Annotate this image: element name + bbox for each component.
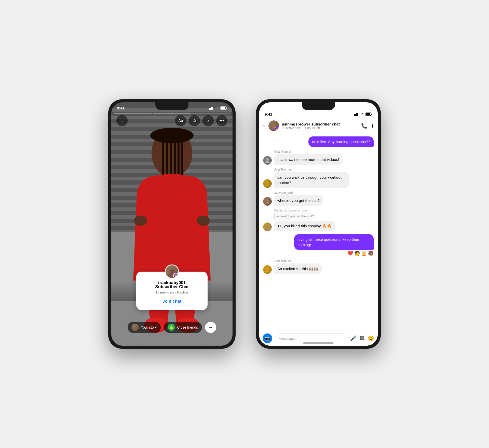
message-sender-azevedo: azevedo_drdr: [263, 191, 293, 194]
crown-badge: 👑: [173, 273, 179, 278]
progress-bar-2: [153, 114, 191, 114]
svg-rect-45: [355, 114, 356, 116]
svg-rect-40: [221, 107, 225, 109]
svg-rect-35: [210, 108, 211, 110]
story-tool-buttons: Aa ☺ ♪ •••: [175, 115, 227, 126]
join-chat-button[interactable]: Join chat: [141, 298, 202, 305]
message-reactions-love: ❤️ 🧑 🧑‍🦳 🐻: [347, 250, 374, 256]
svg-point-48: [362, 115, 363, 115]
chat-back-button[interactable]: ‹: [263, 122, 265, 129]
chat-notch: [302, 102, 335, 110]
status-time: 9:41: [117, 106, 125, 110]
video-call-icon[interactable]: 📞: [361, 123, 368, 129]
photo-icon[interactable]: 🖼: [360, 335, 365, 341]
messages-area: next live. Any burning questions?? Gilan…: [259, 134, 378, 331]
svg-point-42: [170, 269, 174, 273]
svg-point-29: [134, 216, 147, 226]
chat-title: jenningsbrower subscriber chat: [282, 122, 359, 126]
message-sender-Gilan: Gilan Kamel: [263, 150, 291, 153]
story-bottom-bar: Your story ⭐ Close friends →: [111, 322, 233, 333]
subscriber-card-avatar: 👑: [165, 264, 179, 279]
avatar-Ana-workout: [263, 179, 272, 188]
message-sender-Ana-excited: Ana Thomas: [263, 259, 292, 263]
message-row-azevedo: azevedo_drdr where'd you get the suit?: [263, 191, 323, 206]
your-story-avatar: [132, 324, 139, 331]
more-tool-button[interactable]: •••: [216, 115, 227, 126]
message-text-reply: +1, you killed this cosplay 🔥🔥: [274, 221, 335, 231]
avatar-reply: [263, 222, 272, 231]
svg-point-30: [197, 216, 210, 226]
svg-rect-34: [209, 108, 210, 110]
message-text-Ana-workout: can you walk us through your workout rou…: [274, 172, 349, 188]
sticker-icon[interactable]: 😊: [368, 335, 374, 341]
story-top-bar: ‹ Aa ☺ ♪ •••: [111, 115, 233, 126]
replied-to-label: Replied to azevedo_drdr: [274, 209, 316, 212]
chat-input-icons: 🎤 🖼 😊: [350, 335, 374, 341]
message-placeholder: Message...: [279, 336, 297, 341]
phone-story: 9:41 ‹ Aa ☺ ♪ •••: [108, 99, 236, 349]
subscriber-chat-card: 👑 trackbaby001 Subscriber Chat 16 member…: [136, 272, 208, 310]
your-story-pill[interactable]: Your story: [128, 322, 161, 333]
music-tool-button[interactable]: ♪: [202, 115, 214, 126]
svg-rect-46: [356, 113, 357, 116]
back-button[interactable]: ‹: [116, 115, 128, 126]
chat-header-avatar: 👑: [268, 120, 279, 131]
message-row-Gilan: Gilan Kamel I can't wait to see more stu…: [263, 150, 343, 165]
reply-context-wrap: Replied to azevedo_drdr where'd you get …: [263, 209, 316, 221]
svg-point-62: [266, 268, 269, 270]
svg-point-55: [265, 161, 270, 163]
subscriber-chat-name-line2: Subscriber Chat: [141, 284, 202, 289]
chat-status-icons: [354, 113, 372, 116]
microphone-icon[interactable]: 🎤: [350, 335, 357, 341]
chat-header-info: jenningsbrower subscriber chat 30 active…: [282, 122, 359, 130]
chat-status-time: 9:41: [265, 112, 272, 116]
avatar-Gilan: [263, 156, 272, 165]
svg-point-60: [266, 225, 269, 227]
message-row-Ana-excited: Ana Thomas So excited for this 🙌🏽🙌🏽: [263, 259, 322, 274]
reply-quote: where'd you get the suit?: [274, 213, 316, 220]
svg-point-61: [265, 228, 270, 230]
close-friends-icon: ⭐: [168, 324, 175, 331]
message-row-reply: Replied to azevedo_drdr where'd you get …: [263, 209, 335, 231]
svg-point-59: [265, 202, 270, 204]
svg-rect-50: [366, 113, 370, 115]
face-tool-button[interactable]: ☺: [189, 115, 200, 126]
subscriber-card-avatar-wrap: 👑: [165, 264, 179, 279]
svg-point-63: [265, 270, 270, 272]
phone-chat: 9:41 ‹ 👑 jenningsbrower subscriber chat …: [256, 99, 381, 349]
chat-home-indicator: [303, 342, 334, 344]
your-story-label: Your story: [141, 325, 157, 329]
status-bar: 9:41: [111, 102, 233, 112]
svg-rect-47: [357, 113, 358, 116]
svg-point-52: [272, 123, 276, 127]
chat-subtitle: 30 active now · 14 hours left: [282, 126, 359, 130]
message-input[interactable]: Message...: [275, 333, 348, 343]
message-text-azevedo: where'd you get the suit?: [274, 195, 323, 206]
svg-rect-44: [354, 114, 355, 116]
avatar-azevedo: [263, 197, 272, 206]
text-tool-button[interactable]: Aa: [175, 115, 186, 126]
message-wrap-reply: +1, you killed this cosplay 🔥🔥: [263, 221, 335, 231]
progress-bar-3: [192, 114, 230, 114]
info-icon[interactable]: ℹ: [372, 123, 374, 129]
story-progress: [114, 114, 230, 114]
camera-button[interactable]: 📷: [263, 333, 272, 343]
chat-header-crown-badge: 👑: [275, 127, 279, 131]
message-sender-Ana: Ana Thomas: [263, 168, 292, 171]
status-icons: [209, 106, 227, 110]
message-text-outgoing-love: loving all these questions, keep them co…: [294, 234, 374, 250]
message-bubble-outgoing-love: loving all these questions, keep them co…: [294, 234, 374, 250]
message-row-outgoing-0: next live. Any burning questions??: [263, 136, 374, 147]
close-friends-label: Close friends: [177, 325, 198, 329]
forward-button[interactable]: →: [205, 322, 216, 333]
message-row-outgoing-love: loving all these questions, keep them co…: [263, 234, 374, 256]
progress-bar-1: [114, 114, 152, 114]
message-wrap-Ana-workout: can you walk us through your workout rou…: [263, 172, 349, 188]
message-wrap-Gilan: I can't wait to see more stunt videos!: [263, 154, 343, 165]
message-text-outgoing-0: next live. Any burning questions??: [308, 136, 374, 147]
message-wrap-azevedo: where'd you get the suit?: [263, 195, 323, 206]
close-friends-pill[interactable]: ⭐ Close friends: [164, 322, 202, 333]
message-wrap-Ana-excited: So excited for this 🙌🏽🙌🏽: [263, 263, 322, 274]
svg-rect-37: [212, 107, 213, 110]
svg-rect-41: [226, 107, 227, 109]
